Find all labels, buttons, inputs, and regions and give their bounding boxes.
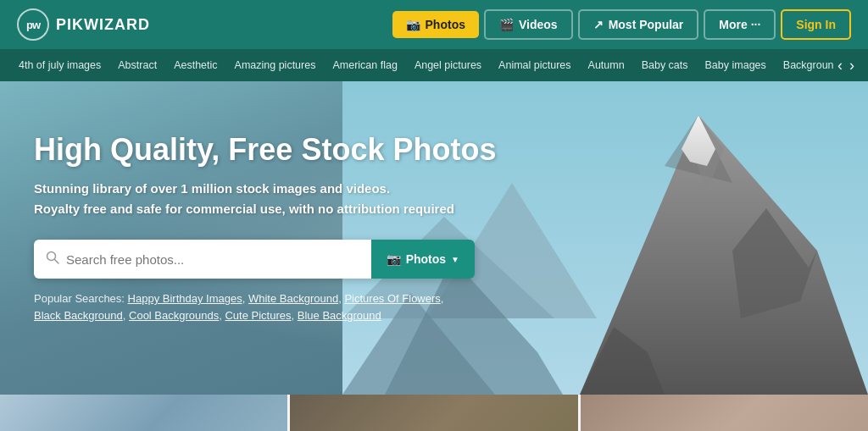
category-baby-cats[interactable]: Baby cats (633, 49, 697, 81)
camera-icon: 📷 (406, 18, 420, 31)
category-angel[interactable]: Angel pictures (406, 49, 490, 81)
thumbnail-1[interactable] (0, 395, 287, 431)
chevron-down-icon: ▼ (451, 255, 459, 264)
search-icon (46, 251, 59, 268)
search-photos-button[interactable]: 📷 Photos ▼ (371, 240, 475, 279)
videos-nav-button[interactable]: 🎬 Videos (484, 9, 573, 40)
categories-prev-button[interactable]: ‹ (834, 49, 846, 81)
popular-search-black-bg[interactable]: Black Background (34, 309, 123, 322)
category-background[interactable]: Background (775, 49, 834, 81)
hero-section: High Quality, Free Stock Photos Stunning… (0, 81, 868, 395)
more-nav-button[interactable]: More ··· (704, 9, 776, 40)
video-icon: 🎬 (499, 18, 514, 31)
popular-search-happy-birthday[interactable]: Happy Birthday Images (128, 292, 242, 305)
signin-button[interactable]: Sign In (781, 9, 851, 40)
category-baby-images[interactable]: Baby images (697, 49, 775, 81)
search-container: 📷 Photos ▼ (34, 240, 475, 279)
category-abstract[interactable]: Abstract (109, 49, 165, 81)
category-4th-july[interactable]: 4th of july images (10, 49, 109, 81)
thumbnail-2[interactable] (290, 395, 577, 431)
logo-area: pw PIKWIZARD (17, 8, 382, 41)
category-aesthetic[interactable]: Aesthetic (165, 49, 225, 81)
popular-nav-button[interactable]: ↗ Most Popular (578, 9, 699, 40)
popular-search-cute[interactable]: Cute Pictures (225, 309, 291, 322)
popular-search-blue-bg[interactable]: Blue Background (298, 309, 381, 322)
categories-list: 4th of july images Abstract Aesthetic Am… (10, 49, 834, 81)
header: pw PIKWIZARD 📷 Photos 🎬 Videos ↗ Most Po… (0, 0, 868, 49)
popular-searches: Popular Searches: Happy Birthday Images,… (34, 290, 458, 323)
search-input-wrapper (34, 240, 371, 279)
hero-content: High Quality, Free Stock Photos Stunning… (0, 81, 530, 323)
main-nav: 📷 Photos 🎬 Videos ↗ Most Popular More ··… (392, 9, 851, 40)
photos-nav-button[interactable]: 📷 Photos (392, 11, 479, 38)
logo-icon: pw (17, 8, 49, 41)
popular-search-cool-bg[interactable]: Cool Backgrounds (129, 309, 219, 322)
hero-title: High Quality, Free Stock Photos (34, 132, 496, 167)
thumbnails-row (0, 395, 868, 431)
hero-subtitle: Stunning library of over 1 million stock… (34, 179, 496, 219)
search-input[interactable] (66, 240, 359, 279)
logo-text: PIKWIZARD (56, 16, 150, 34)
thumbnail-3[interactable] (581, 395, 868, 431)
popular-search-white-bg[interactable]: White Background (248, 292, 338, 305)
popular-search-flowers[interactable]: Pictures Of Flowers (344, 292, 440, 305)
category-animal[interactable]: Animal pictures (490, 49, 579, 81)
category-amazing[interactable]: Amazing pictures (226, 49, 325, 81)
category-autumn[interactable]: Autumn (580, 49, 633, 81)
camera-small-icon: 📷 (387, 252, 401, 266)
category-american-flag[interactable]: American flag (324, 49, 405, 81)
svg-line-12 (55, 260, 59, 264)
categories-bar: 4th of july images Abstract Aesthetic Am… (0, 49, 868, 81)
trending-icon: ↗ (593, 18, 604, 31)
categories-next-button[interactable]: › (846, 49, 858, 81)
